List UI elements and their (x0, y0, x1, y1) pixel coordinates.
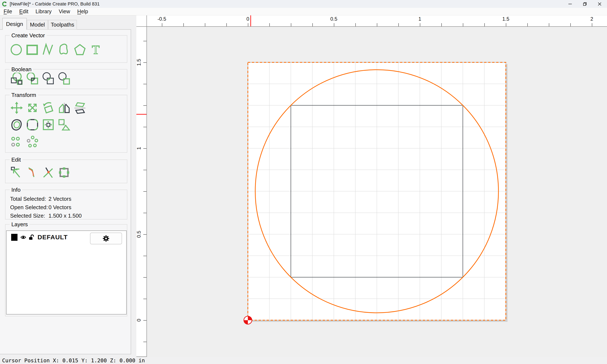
create-vector-group: Create Vector T (5, 35, 127, 63)
info-row-open-selected: Open Selected: 0 Vectors (10, 203, 127, 211)
minimize-button[interactable] (563, 0, 578, 8)
tab-bar: DesignModelToolpaths (2, 18, 77, 30)
restore-button[interactable] (578, 0, 592, 8)
menu-item-edit[interactable]: Edit (16, 8, 32, 14)
transform-title: Transform (10, 92, 38, 98)
layer-settings-button[interactable] (90, 233, 122, 244)
layer-row-default[interactable]: DEFAULT (7, 231, 126, 244)
ruler-corner (136, 15, 147, 27)
ruler-tick (183, 23, 184, 26)
move-tool-button[interactable] (10, 101, 23, 115)
info-value: 0 Vectors (49, 203, 71, 211)
ruler-tick (592, 23, 592, 26)
transform-group: Transform (5, 95, 127, 153)
ruler-label: 0 (240, 16, 255, 22)
layers-group: Layers DEFAULT (5, 224, 127, 316)
close-button[interactable] (592, 0, 607, 8)
info-row-selected-size: Selected Size: 1.500 x 1.500 (10, 211, 127, 220)
ruler-label: 0.5 (327, 16, 341, 22)
ruler-tick (162, 23, 162, 26)
ruler-tick (463, 23, 463, 26)
flip-vertical-tool-button[interactable] (73, 101, 86, 115)
offset-vector-icon (10, 118, 23, 131)
rotate-tool-button[interactable] (42, 101, 55, 115)
layer-unlocked-icon[interactable] (29, 234, 35, 240)
transform-tools-row3 (5, 131, 127, 149)
ruler-tick (377, 23, 377, 26)
edit-nodes-tool-button[interactable] (10, 166, 23, 179)
cursor-position-readout: Cursor Position X: 0.015 Y: 1.200 Z: 0.0… (0, 357, 145, 364)
ruler-label: 1 (136, 142, 141, 155)
tab-toolpaths[interactable]: Toolpaths (48, 20, 77, 30)
ruler-tick (484, 23, 485, 26)
boolean-intersection-tool-button[interactable] (26, 72, 39, 85)
resize-shape-tool-button[interactable] (58, 166, 71, 179)
move-icon (10, 101, 23, 115)
ruler-tick (334, 23, 334, 26)
layer-visibility-eye-icon[interactable] (20, 235, 26, 239)
cursor-x-marker (251, 15, 251, 26)
layer-color-swatch[interactable] (11, 234, 17, 241)
boolean-intersection-icon (26, 72, 39, 85)
ruler-tick (291, 23, 291, 26)
info-label: Selected Size: (10, 211, 49, 220)
scale-tool-button[interactable] (26, 101, 39, 115)
status-bar: Cursor Position X: 0.015 Y: 1.200 Z: 0.0… (0, 357, 607, 364)
linear-array-tool-button[interactable] (10, 135, 23, 149)
ruler-tick (269, 23, 270, 26)
polyline-icon (42, 43, 55, 56)
mirror-horizontal-tool-button[interactable] (58, 101, 71, 115)
ruler-tick (143, 148, 146, 149)
split-vector-icon (42, 166, 55, 179)
info-value: 1.500 x 1.500 (49, 211, 82, 220)
polygon-icon (73, 43, 86, 56)
window-title: [NewFile]* - Carbide Create PRO, Build 8… (10, 1, 100, 7)
inset-scale-icon (42, 118, 55, 131)
ruler-tick (506, 23, 506, 26)
info-group: Info Total Selected: 2 Vectors Open Sele… (5, 190, 127, 220)
boolean-subtract-tool-button[interactable] (42, 72, 55, 85)
tab-design[interactable]: Design (2, 18, 27, 30)
circle-tool-button[interactable] (10, 43, 23, 56)
text-tool-button[interactable]: T (89, 43, 102, 56)
menu-item-view[interactable]: View (55, 8, 74, 14)
split-vector-tool-button[interactable] (42, 166, 55, 179)
ruler-label: 0.5 (136, 228, 141, 241)
fillet-corners-tool-button[interactable] (26, 118, 39, 131)
inset-scale-tool-button[interactable] (42, 118, 55, 131)
circular-array-tool-button[interactable] (26, 135, 39, 149)
origin-marker[interactable] (244, 316, 252, 324)
curve-tool-button[interactable] (58, 43, 71, 56)
circle-icon (10, 43, 23, 56)
menu-bar: FileEditLibraryViewHelp (0, 8, 607, 16)
ruler-tick (143, 342, 146, 342)
ruler-tick (205, 23, 205, 26)
create-vector-title: Create Vector (10, 32, 47, 39)
curve-icon (58, 43, 71, 56)
ruler-tick (312, 23, 313, 26)
polygon-tool-button[interactable] (73, 43, 86, 56)
ruler-tick (143, 320, 146, 321)
canvas-svg (147, 27, 607, 357)
info-row-total-selected: Total Selected: 2 Vectors (10, 195, 127, 203)
fillet-corners-icon (26, 118, 39, 131)
menu-item-file[interactable]: File (0, 8, 16, 14)
ruler-tick (143, 213, 146, 213)
design-canvas[interactable] (147, 27, 607, 357)
menu-item-library[interactable]: Library (32, 8, 55, 14)
rectangle-tool-button[interactable] (26, 43, 39, 56)
info-title: Info (10, 187, 22, 193)
boolean-title: Boolean (10, 66, 33, 73)
polyline-tool-button[interactable] (42, 43, 55, 56)
boolean-union-tool-button[interactable] (10, 72, 23, 85)
trace-shape-tool-button[interactable] (58, 118, 71, 131)
boolean-cut-tool-button[interactable] (58, 72, 71, 85)
offset-vector-tool-button[interactable] (10, 118, 23, 131)
carbide-create-window: { "window": { "title": "[NewFile]* - Car… (0, 0, 607, 364)
rectangle-icon (26, 43, 39, 56)
menu-item-help[interactable]: Help (74, 8, 92, 14)
tab-model[interactable]: Model (27, 20, 48, 30)
ruler-tick (355, 23, 356, 26)
edit-tangent-tool-button[interactable] (26, 166, 39, 179)
title-bar: [NewFile]* - Carbide Create PRO, Build 8… (0, 0, 607, 8)
